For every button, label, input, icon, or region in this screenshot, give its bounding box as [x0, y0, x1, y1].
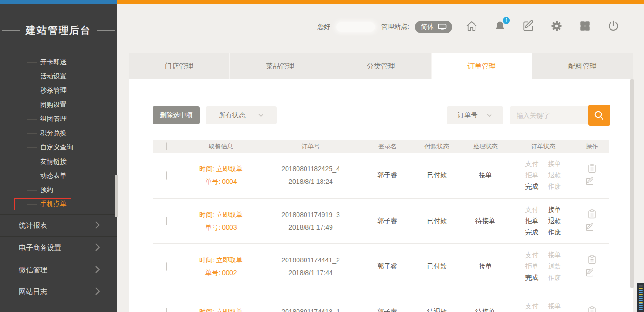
sidebar-subitem[interactable]: 积分兑换: [0, 126, 117, 140]
sidebar-section-item[interactable]: 统计报表: [0, 214, 117, 236]
chevron-right-icon: [95, 221, 100, 230]
edit-icon[interactable]: [522, 20, 534, 32]
tab-label: 配料管理: [568, 62, 597, 71]
table-row: 时间: 立即取单单号: 000320180801174919_32018/8/1…: [153, 198, 609, 243]
keyword-search-input[interactable]: [510, 106, 588, 124]
order-status-action[interactable]: 支付: [525, 251, 539, 260]
row-checkbox[interactable]: [166, 308, 167, 312]
tab-item[interactable]: 分类管理: [330, 53, 432, 79]
sidebar-subitem[interactable]: 秒杀管理: [0, 84, 117, 98]
settings-gear-icon[interactable]: [551, 20, 563, 32]
active-item-red-box: [14, 198, 71, 210]
order-status-action[interactable]: 退款: [548, 217, 561, 225]
minimap-dash: [639, 300, 643, 301]
status-filter-select[interactable]: 所有状态: [206, 106, 277, 124]
order-status-action[interactable]: 支付: [525, 206, 539, 214]
sidebar-subitem[interactable]: 预约: [0, 183, 117, 197]
order-number: 20180801174418_1: [261, 305, 360, 312]
page-scrollbar-thumb[interactable]: [630, 79, 634, 288]
sidebar-submenu: 开卡即送活动设置秒杀管理团购设置组团管理积分兑换自定义查询友情链接动态表单预约手…: [0, 55, 117, 211]
clipboard-icon[interactable]: [588, 255, 596, 266]
sidebar-subitem[interactable]: 团购设置: [0, 98, 117, 112]
clipboard-icon[interactable]: [588, 306, 596, 312]
order-status-action[interactable]: 退款: [548, 262, 561, 271]
tab-label: 分类管理: [366, 62, 395, 71]
sidebar: 建站管理后台 开卡即送活动设置秒杀管理团购设置组团管理积分兑换自定义查询友情链接…: [0, 4, 117, 312]
edit-icon[interactable]: [585, 223, 594, 233]
chevron-right-icon: [95, 266, 100, 275]
order-date: 2018/8/1 18:24: [261, 175, 360, 188]
order-status-action[interactable]: 作废: [548, 274, 561, 282]
order-status-cell: 支付接单拒单退款完成作废: [511, 206, 575, 237]
order-status-action[interactable]: 拒单: [525, 217, 539, 225]
search-button[interactable]: [588, 105, 610, 126]
tab-item[interactable]: 菜品管理: [230, 53, 331, 79]
language-pill[interactable]: 简体: [415, 21, 452, 33]
tab-active[interactable]: 订单管理: [432, 53, 533, 79]
edit-icon[interactable]: [585, 177, 594, 187]
sidebar-subitem[interactable]: 组团管理: [0, 112, 117, 126]
sidebar-scrollbar-thumb[interactable]: [115, 175, 118, 217]
order-status-action[interactable]: 完成: [525, 228, 539, 237]
sidebar-subitem-label: 动态表单: [40, 172, 67, 180]
language-pill-label: 简体: [421, 23, 434, 31]
sidebar-section-item[interactable]: 网站日志: [0, 281, 117, 303]
order-status-action[interactable]: 作废: [548, 228, 561, 237]
top-strip-blue: [0, 0, 117, 4]
app-title: 建站管理后台: [26, 24, 91, 37]
edit-icon[interactable]: [585, 268, 594, 278]
toolbar: 删除选中项 所有状态 订单号: [153, 105, 610, 126]
sidebar-section-item[interactable]: 电子商务设置: [0, 236, 117, 259]
sidebar-subitem[interactable]: 活动设置: [0, 69, 117, 84]
pickup-info-cell: 时间: 立即取单单号: 0002: [181, 254, 261, 279]
scroll-minimap-widget[interactable]: [637, 283, 644, 312]
delete-selected-button[interactable]: 删除选中项: [153, 106, 200, 124]
order-status-action[interactable]: 接单: [548, 302, 561, 311]
order-status-action[interactable]: 作废: [548, 182, 561, 191]
header-user-cluster: 您好 管理站点: 简体: [317, 21, 452, 33]
order-status-action[interactable]: 完成: [525, 274, 539, 282]
order-status-action[interactable]: 支付: [525, 302, 539, 311]
order-status-cell: 支付接单拒单退款完成作废: [511, 251, 575, 282]
logo-dash-right: [97, 30, 115, 31]
row-checkbox[interactable]: [166, 262, 167, 271]
row-checkbox-cell: [153, 217, 181, 225]
minimap-dash: [639, 285, 643, 286]
login-name-cell: 郭子睿: [360, 308, 415, 312]
header-icon-row: 1: [466, 20, 619, 32]
order-status-action[interactable]: 拒单: [525, 171, 539, 180]
order-status-action[interactable]: 拒单: [525, 262, 539, 271]
chevron-down-icon: [258, 113, 264, 117]
order-number: 20180801174919_3: [261, 208, 360, 221]
home-icon[interactable]: [466, 20, 478, 32]
tab-item[interactable]: 配料管理: [532, 53, 633, 79]
order-status-action[interactable]: 接单: [548, 206, 561, 214]
tab-item[interactable]: 门店管理: [129, 53, 230, 79]
select-all-checkbox[interactable]: [166, 142, 167, 150]
sidebar-subitem[interactable]: 手机点单: [0, 197, 117, 211]
sidebar-section-item[interactable]: 微信管理: [0, 259, 117, 281]
order-status-action[interactable]: 接单: [548, 160, 561, 168]
process-status-cell: 接单: [459, 171, 511, 180]
row-checkbox[interactable]: [166, 217, 167, 225]
clipboard-icon[interactable]: [588, 209, 596, 220]
search-type-select[interactable]: 订单号: [447, 106, 503, 124]
logout-power-icon[interactable]: [607, 20, 619, 32]
apps-grid-icon[interactable]: [579, 20, 591, 32]
order-status-action[interactable]: 完成: [525, 182, 539, 191]
row-checkbox-cell: [153, 308, 181, 312]
row-checkbox[interactable]: [166, 171, 167, 180]
notifications-bell-icon[interactable]: 1: [494, 20, 506, 32]
sidebar-subitem[interactable]: 友情链接: [0, 155, 117, 169]
tab-label: 订单管理: [467, 62, 496, 71]
order-status-action[interactable]: 支付: [525, 160, 539, 168]
table-header-cell: 订单状态: [511, 142, 575, 151]
clipboard-icon[interactable]: [588, 164, 596, 174]
status-filter-value: 所有状态: [219, 111, 246, 120]
sidebar-subitem[interactable]: 开卡即送: [0, 55, 117, 69]
sidebar-section-label: 统计报表: [19, 221, 47, 230]
sidebar-subitem[interactable]: 自定义查询: [0, 140, 117, 155]
order-status-action[interactable]: 退款: [548, 171, 561, 180]
order-status-action[interactable]: 接单: [548, 251, 561, 260]
sidebar-subitem[interactable]: 动态表单: [0, 169, 117, 183]
